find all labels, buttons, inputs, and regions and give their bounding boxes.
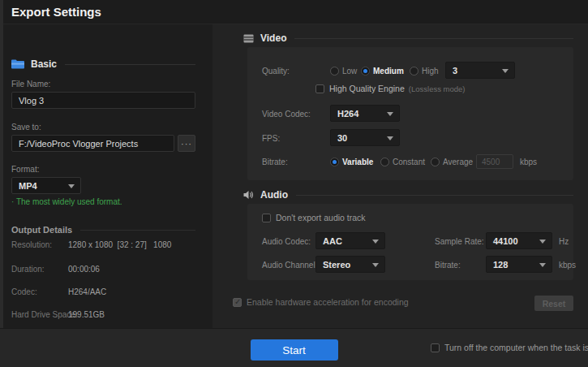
quality-low-label: Low xyxy=(342,67,357,76)
quality-label: Quality: xyxy=(262,67,315,76)
audio-codec-label: Audio Codec: xyxy=(262,237,311,246)
hq-engine-checkbox[interactable] xyxy=(315,84,324,93)
format-tip: · The most widely used format. xyxy=(11,197,122,206)
sample-rate-label: Sample Rate: xyxy=(435,237,484,246)
file-name-label: File Name: xyxy=(11,80,50,89)
output-details-header: Output Details xyxy=(11,225,195,235)
fps-dropdown[interactable]: 30 xyxy=(330,129,400,146)
audio-channel-dropdown[interactable]: Stereo xyxy=(315,256,385,273)
output-details-label: Output Details xyxy=(11,225,72,235)
audio-bitrate-dropdown[interactable]: 128 xyxy=(486,256,552,273)
quality-option-high[interactable]: High xyxy=(410,67,439,76)
bitrate-variable-label: Variable xyxy=(342,158,373,166)
quality-row: Quality: Low Medium High 3 xyxy=(262,64,564,77)
radio-icon xyxy=(410,67,418,76)
audio-channel-label: Audio Channel: xyxy=(262,261,317,270)
no-audio-label: Don't export audio track xyxy=(276,213,366,222)
video-group: Quality: Low Medium High 3 High Quality … xyxy=(247,47,573,180)
duration-label: Duration: xyxy=(11,265,67,274)
bitrate-row: Bitrate: Variable Constant Average 4500 … xyxy=(262,155,564,168)
bottom-bar: Start Turn off the computer when the tas… xyxy=(0,328,588,367)
quality-level-dropdown[interactable]: 3 xyxy=(445,62,515,79)
chevron-down-icon xyxy=(387,112,393,116)
radio-icon xyxy=(330,67,339,76)
video-icon xyxy=(243,34,254,43)
divider xyxy=(294,38,573,39)
sample-rate-dropdown[interactable]: 44100 xyxy=(486,232,552,249)
bitrate-value-input[interactable]: 4500 xyxy=(476,154,513,169)
video-bitrate-label: Bitrate: xyxy=(262,158,315,166)
chevron-down-icon xyxy=(387,136,393,140)
quality-high-label: High xyxy=(422,67,439,76)
format-value: MP4 xyxy=(19,181,37,191)
hw-accel-checkbox[interactable] xyxy=(233,298,242,307)
radio-icon xyxy=(380,158,389,166)
bitrate-unit: kbps xyxy=(520,158,537,166)
save-to-input[interactable]: F:/VideoProc Vlogger Projects xyxy=(11,135,174,152)
shutdown-option[interactable]: Turn off the computer when the task is f… xyxy=(431,343,588,352)
audio-codec-row: Audio Codec: AAC Sample Rate: 44100 Hz xyxy=(262,235,564,248)
video-codec-dropdown[interactable]: H264 xyxy=(330,105,400,122)
radio-icon xyxy=(431,158,440,166)
radio-icon xyxy=(330,158,339,166)
speaker-icon xyxy=(243,190,254,200)
resolution-label: Resolution: xyxy=(11,240,67,249)
chevron-down-icon xyxy=(539,263,546,267)
sample-rate-unit: Hz xyxy=(559,237,569,246)
video-header-label: Video xyxy=(260,32,286,44)
hq-engine-row[interactable]: High Quality Engine (Lossless mode) xyxy=(315,82,564,95)
format-dropdown[interactable]: MP4 xyxy=(11,177,81,194)
video-codec-label: Video Codec: xyxy=(262,110,315,119)
output-detail-row: Hard Drive Space: 199.51GB xyxy=(11,310,200,319)
sample-rate-value: 44100 xyxy=(493,236,518,246)
browse-button[interactable]: ··· xyxy=(178,135,195,152)
format-label: Format: xyxy=(11,165,39,174)
chevron-down-icon xyxy=(372,240,379,244)
audio-bitrate-unit: kbps xyxy=(559,261,576,270)
video-codec-value: H264 xyxy=(337,109,358,119)
hard-drive-space-label: Hard Drive Space: xyxy=(11,310,67,319)
video-section-header: Video xyxy=(243,32,573,44)
basic-panel: Basic File Name: Vlog 3 Save to: F:/Vide… xyxy=(3,24,212,328)
duration-value: 00:00:06 xyxy=(67,265,100,274)
bitrate-average-label: Average xyxy=(443,158,473,166)
output-detail-row: Duration: 00:00:06 xyxy=(11,265,200,274)
fps-row: FPS: 30 xyxy=(262,132,564,145)
resolution-value: 1280 x 1080 [32 : 27] 1080 xyxy=(67,240,171,249)
shutdown-checkbox[interactable] xyxy=(431,343,440,352)
no-audio-row[interactable]: Don't export audio track xyxy=(262,211,564,224)
radio-icon xyxy=(361,67,370,76)
output-detail-row: Codec: H264/AAC xyxy=(11,287,200,296)
audio-section-header: Audio xyxy=(243,189,573,201)
audio-channel-row: Audio Channel: Stereo Bitrate: 128 kbps xyxy=(262,258,564,271)
start-button[interactable]: Start xyxy=(251,339,338,361)
quality-option-medium[interactable]: Medium xyxy=(361,67,404,76)
bitrate-constant-label: Constant xyxy=(393,158,425,166)
no-audio-checkbox[interactable] xyxy=(262,214,271,222)
hard-drive-space-value: 199.51GB xyxy=(67,310,105,319)
codec-value: H264/AAC xyxy=(67,287,106,296)
hw-accel-row[interactable]: Enable hardware acceleration for encodin… xyxy=(233,297,409,307)
basic-section-header: Basic xyxy=(11,58,195,70)
fps-value: 30 xyxy=(337,133,347,143)
file-name-input[interactable]: Vlog 3 xyxy=(11,92,195,109)
reset-button[interactable]: Reset xyxy=(534,296,573,311)
audio-codec-dropdown[interactable]: AAC xyxy=(315,232,385,249)
audio-bitrate-label: Bitrate: xyxy=(435,261,461,270)
bitrate-option-average[interactable]: Average xyxy=(431,158,473,166)
titlebar: Export Settings xyxy=(3,0,588,24)
hq-engine-label: High Quality Engine xyxy=(329,84,405,93)
bitrate-option-variable[interactable]: Variable xyxy=(330,158,373,166)
chevron-down-icon xyxy=(68,184,75,188)
bitrate-option-constant[interactable]: Constant xyxy=(380,158,425,166)
divider xyxy=(65,64,195,65)
audio-header-label: Audio xyxy=(260,189,288,201)
video-codec-row: Video Codec: H264 xyxy=(262,107,564,120)
chevron-down-icon xyxy=(372,263,379,267)
audio-channel-value: Stereo xyxy=(323,260,350,270)
fps-label: FPS: xyxy=(262,134,315,143)
codec-label: Codec: xyxy=(11,287,67,296)
audio-group: Don't export audio track Audio Codec: AA… xyxy=(247,204,573,280)
hq-engine-note: (Lossless mode) xyxy=(409,84,466,93)
quality-option-low[interactable]: Low xyxy=(330,67,357,76)
